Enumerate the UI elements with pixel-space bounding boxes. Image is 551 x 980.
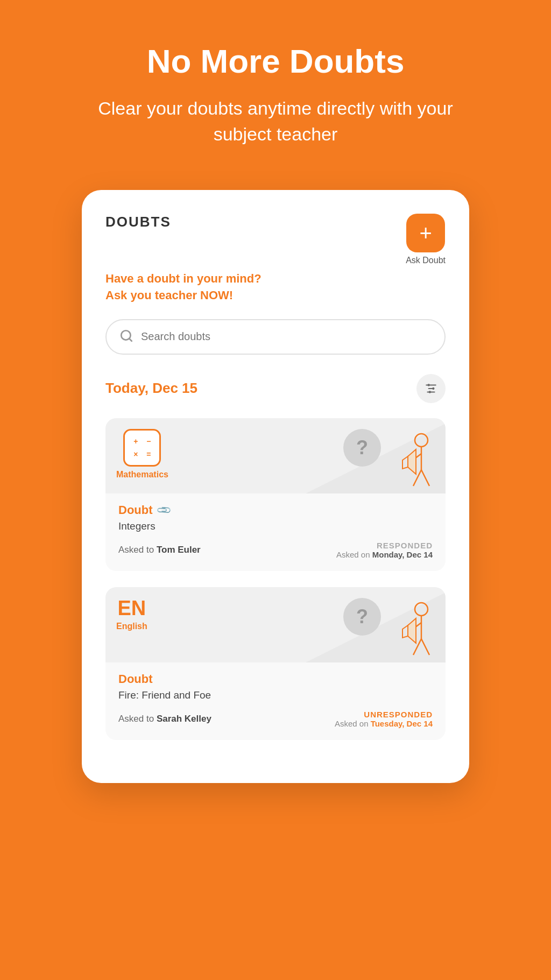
svg-line-12 bbox=[421, 470, 429, 486]
person-illustration-1 bbox=[381, 427, 435, 493]
svg-line-19 bbox=[421, 639, 429, 655]
math-icon-box: + − × = bbox=[123, 429, 161, 467]
ask-doubt-label: Ask Doubt bbox=[406, 256, 446, 265]
math-minus: − bbox=[143, 436, 154, 447]
hero-subtitle: Clear your doubts anytime directly with … bbox=[87, 96, 464, 147]
attachment-icon-math: 📎 bbox=[156, 502, 172, 518]
hero-title: No More Doubts bbox=[147, 43, 405, 80]
doubt-meta-english: Asked to Sarah Kelley UNRESPONDED Asked … bbox=[118, 710, 433, 728]
search-icon bbox=[119, 329, 133, 345]
doubt-card-body-math: Doubt 📎 Integers Asked to Tom Euler RESP… bbox=[105, 493, 446, 571]
question-bubble-2: ? bbox=[343, 598, 381, 636]
doubt-title-english: Doubt bbox=[118, 672, 153, 686]
asked-on-english: Asked on Tuesday, Dec 14 bbox=[335, 719, 433, 728]
subject-icon-math: + − × = Mathematics bbox=[116, 429, 168, 480]
status-badge-math: RESPONDED bbox=[336, 541, 433, 550]
plus-icon: + bbox=[419, 222, 432, 244]
math-subject-label: Mathematics bbox=[116, 470, 168, 480]
doubt-topic-english: Fire: Friend and Foe bbox=[118, 689, 433, 701]
doubt-title-row-english: Doubt bbox=[118, 672, 433, 686]
ask-doubt-icon-box: + bbox=[406, 214, 445, 252]
doubt-title-row-math: Doubt 📎 bbox=[118, 503, 433, 517]
svg-marker-21 bbox=[408, 618, 416, 643]
math-equals: = bbox=[143, 449, 154, 460]
svg-point-6 bbox=[432, 387, 434, 390]
date-label: Today, Dec 15 bbox=[105, 380, 197, 397]
doubt-card-body-english: Doubt Fire: Friend and Foe Asked to Sara… bbox=[105, 662, 446, 740]
doubt-card-top-english: EN English ? bbox=[105, 587, 446, 662]
doubt-card-math[interactable]: + − × = Mathematics ? bbox=[105, 418, 446, 571]
svg-point-15 bbox=[415, 603, 428, 616]
doubt-title-math: Doubt bbox=[118, 503, 153, 517]
asked-to-english: Asked to Sarah Kelley bbox=[118, 714, 211, 724]
status-badge-english: UNRESPONDED bbox=[335, 710, 433, 719]
doubt-meta-math: Asked to Tom Euler RESPONDED Asked on Mo… bbox=[118, 541, 433, 559]
status-info-english: UNRESPONDED Asked on Tuesday, Dec 14 bbox=[335, 710, 433, 728]
asked-to-math: Asked to Tom Euler bbox=[118, 545, 201, 555]
doubt-illustration-2: ? bbox=[263, 587, 446, 662]
math-times: × bbox=[130, 449, 141, 460]
svg-marker-14 bbox=[408, 449, 416, 474]
svg-marker-20 bbox=[402, 625, 408, 638]
ask-doubt-button[interactable]: + Ask Doubt bbox=[406, 214, 446, 265]
doubt-card-english[interactable]: EN English ? bbox=[105, 587, 446, 740]
svg-point-7 bbox=[429, 391, 431, 393]
promo-text: Have a doubt in your mind? Ask you teach… bbox=[105, 271, 446, 304]
math-plus: + bbox=[130, 436, 141, 447]
english-subject-label: English bbox=[116, 622, 147, 631]
svg-marker-13 bbox=[402, 456, 408, 469]
english-icon-text: EN bbox=[117, 598, 146, 618]
app-card: DOUBTS + Ask Doubt Have a doubt in your … bbox=[82, 190, 469, 783]
date-row: Today, Dec 15 bbox=[105, 374, 446, 403]
filter-button[interactable] bbox=[416, 374, 446, 403]
card-header: DOUBTS + Ask Doubt bbox=[105, 214, 446, 265]
search-bar[interactable] bbox=[105, 319, 446, 355]
status-info-math: RESPONDED Asked on Monday, Dec 14 bbox=[336, 541, 433, 559]
svg-point-5 bbox=[428, 384, 430, 386]
hero-section: No More Doubts Clear your doubts anytime… bbox=[0, 0, 551, 179]
person-illustration-2 bbox=[381, 596, 435, 662]
doubt-topic-math: Integers bbox=[118, 520, 433, 532]
asked-on-math: Asked on Monday, Dec 14 bbox=[336, 550, 433, 559]
doubt-illustration-1: ? bbox=[263, 418, 446, 493]
card-title: DOUBTS bbox=[105, 214, 171, 230]
question-bubble-1: ? bbox=[343, 429, 381, 467]
subject-icon-english: EN English bbox=[116, 598, 147, 631]
svg-line-1 bbox=[129, 339, 132, 341]
svg-point-8 bbox=[415, 434, 428, 447]
search-input[interactable] bbox=[141, 330, 432, 343]
doubt-card-top-math: + − × = Mathematics ? bbox=[105, 418, 446, 493]
